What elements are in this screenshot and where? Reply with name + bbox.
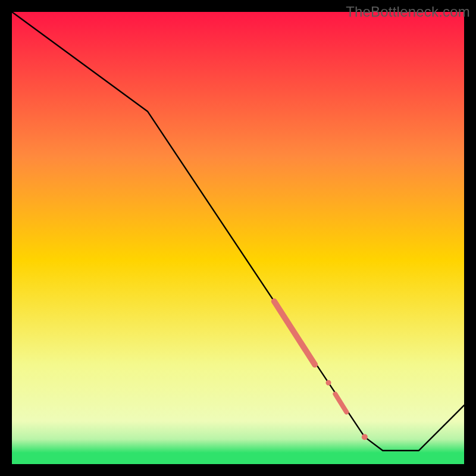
highlight-dot-1 (326, 380, 331, 386)
chart-background (12, 12, 464, 464)
highlight-dot-3 (362, 434, 368, 440)
bottleneck-chart (0, 0, 476, 476)
chart-stage: TheBottleneck.com (0, 0, 476, 476)
watermark-text: TheBottleneck.com (346, 4, 470, 20)
